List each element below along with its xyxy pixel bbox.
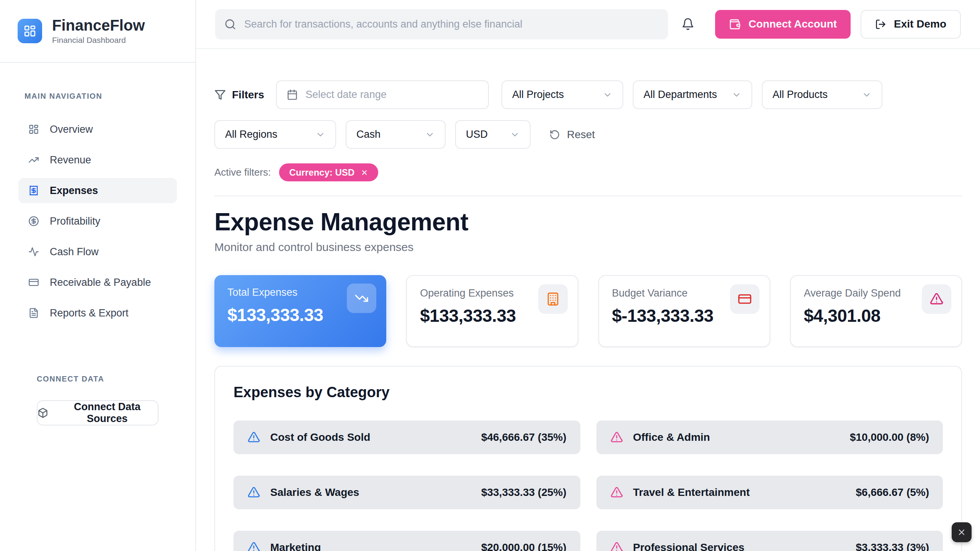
sidebar-item-label: Profitability	[50, 215, 100, 227]
sidebar-item-overview[interactable]: Overview	[18, 117, 177, 142]
connect-data-sources-button[interactable]: Connect Data Sources	[37, 400, 158, 425]
file-text-icon	[28, 308, 39, 318]
category-value: $33,333.33 (25%)	[481, 486, 567, 499]
chevron-down-icon	[510, 130, 520, 140]
alert-triangle-icon	[247, 431, 260, 444]
alert-triangle-icon	[929, 292, 944, 306]
close-icon[interactable]	[361, 169, 368, 176]
sidebar-item-revenue[interactable]: Revenue	[18, 147, 177, 173]
chevron-down-icon	[732, 90, 742, 100]
nav-section-label: MAIN NAVIGATION	[24, 92, 177, 101]
category-row-cost-of-goods-sold: Cost of Goods Sold $46,666.67 (35%)	[234, 421, 580, 454]
log-out-icon	[875, 19, 886, 30]
credit-card-icon	[28, 277, 39, 288]
search-input[interactable]	[215, 9, 668, 39]
expenses-by-category-card: Expenses by Category Cost of Goods Sold …	[214, 366, 962, 551]
sidebar-item-reports-export[interactable]: Reports & Export	[18, 300, 177, 326]
activity-icon	[28, 246, 39, 257]
section-divider	[214, 196, 962, 196]
sidebar-item-label: Expenses	[50, 185, 98, 197]
top-bar: Connect Account Exit Demo	[196, 0, 980, 49]
category-value: $20,000.00 (15%)	[481, 541, 567, 551]
payment-method-select[interactable]: Cash	[346, 120, 446, 149]
search-icon	[224, 18, 236, 30]
funnel-icon	[214, 89, 226, 101]
filters-row-1: Filters Select date range All Projects A…	[214, 80, 962, 109]
category-label: Salaries & Wages	[270, 486, 359, 499]
chevron-down-icon	[862, 90, 872, 100]
reset-filters-button[interactable]: Reset	[549, 129, 595, 141]
trending-up-icon	[28, 155, 39, 165]
currency-select[interactable]: USD	[455, 120, 531, 149]
category-row-office-admin: Office & Admin $10,000.00 (8%)	[596, 421, 943, 454]
page-content: Filters Select date range All Projects A…	[196, 49, 980, 551]
package-icon	[38, 408, 48, 418]
notifications-button[interactable]	[681, 18, 694, 31]
connect-account-button[interactable]: Connect Account	[715, 10, 851, 39]
filters-row-2: All Regions Cash USD Reset	[214, 120, 962, 149]
sidebar-item-label: Overview	[50, 124, 93, 135]
alert-triangle-icon	[610, 431, 623, 444]
stat-card-total-expenses[interactable]: Total Expenses $133,333.33	[214, 275, 386, 347]
products-select[interactable]: All Products	[762, 80, 882, 109]
sidebar-item-cash-flow[interactable]: Cash Flow	[18, 239, 177, 264]
stats-grid: Total Expenses $133,333.33 Operating Exp…	[214, 275, 962, 347]
sidebar-item-expenses[interactable]: Expenses	[18, 178, 177, 203]
layout-dashboard-icon	[23, 24, 36, 37]
calendar-icon	[287, 89, 298, 100]
app-title: FinanceFlow	[52, 17, 145, 33]
category-label: Professional Services	[633, 541, 745, 551]
app-logo-badge	[18, 19, 42, 43]
regions-select[interactable]: All Regions	[214, 120, 336, 149]
alert-triangle-icon	[247, 541, 260, 551]
credit-card-icon	[738, 292, 752, 306]
sidebar-item-label: Cash Flow	[50, 246, 99, 258]
stat-card-average-daily-spend[interactable]: Average Daily Spend $4,301.08	[790, 275, 962, 347]
category-grid: Cost of Goods Sold $46,666.67 (35%) Offi…	[234, 421, 943, 551]
active-filters: Active filters: Currency: USD	[214, 163, 962, 181]
bell-icon	[681, 18, 694, 31]
filters-title: Filters	[214, 89, 264, 101]
departments-select[interactable]: All Departments	[633, 80, 752, 109]
category-row-travel-entertainment: Travel & Entertainment $6,666.67 (5%)	[596, 476, 943, 509]
category-label: Marketing	[270, 541, 321, 551]
active-filters-label: Active filters:	[214, 166, 271, 178]
sidebar-item-receivable-payable[interactable]: Receivable & Payable	[18, 270, 177, 295]
alert-triangle-icon	[610, 486, 623, 499]
chevron-down-icon	[425, 130, 435, 140]
category-label: Cost of Goods Sold	[270, 431, 370, 443]
sidebar-item-profitability[interactable]: Profitability	[18, 209, 177, 234]
page-title: Expense Management	[214, 208, 962, 236]
sidebar-item-label: Reports & Export	[50, 307, 129, 319]
stat-card-operating-expenses[interactable]: Operating Expenses $133,333.33	[406, 275, 578, 347]
wallet-icon	[729, 18, 741, 30]
exit-demo-button[interactable]: Exit Demo	[861, 10, 961, 39]
stat-icon-chip	[922, 284, 951, 314]
date-range-input[interactable]: Select date range	[276, 80, 489, 109]
category-value: $6,666.67 (5%)	[856, 486, 929, 499]
close-icon	[957, 528, 966, 537]
currency-filter-chip[interactable]: Currency: USD	[279, 163, 378, 181]
alert-triangle-icon	[610, 541, 623, 551]
app-logo: FinanceFlow Financial Dashboard	[0, 0, 195, 63]
sidebar: FinanceFlow Financial Dashboard MAIN NAV…	[0, 0, 196, 551]
trending-down-icon	[354, 291, 369, 305]
chevron-down-icon	[315, 130, 325, 140]
alert-triangle-icon	[247, 486, 260, 499]
chevron-down-icon	[603, 90, 612, 100]
stat-card-budget-variance[interactable]: Budget Variance $-133,333.33	[598, 275, 770, 347]
stat-icon-chip	[538, 284, 568, 314]
page-subtitle: Monitor and control business expenses	[214, 241, 962, 254]
app-window: FinanceFlow Financial Dashboard MAIN NAV…	[0, 0, 980, 551]
category-label: Office & Admin	[633, 431, 710, 443]
receipt-icon	[28, 185, 39, 196]
stat-icon-chip	[347, 284, 376, 313]
projects-select[interactable]: All Projects	[501, 80, 623, 109]
expenses-by-category-title: Expenses by Category	[234, 384, 943, 401]
circle-dollar-icon	[28, 216, 39, 227]
sidebar-item-label: Receivable & Payable	[50, 277, 151, 289]
overlay-close-button[interactable]	[952, 522, 972, 542]
category-value: $46,666.67 (35%)	[481, 431, 567, 443]
layout-dashboard-icon	[28, 124, 39, 135]
main-navigation: MAIN NAVIGATION Overview Revenue Expense…	[0, 63, 195, 425]
